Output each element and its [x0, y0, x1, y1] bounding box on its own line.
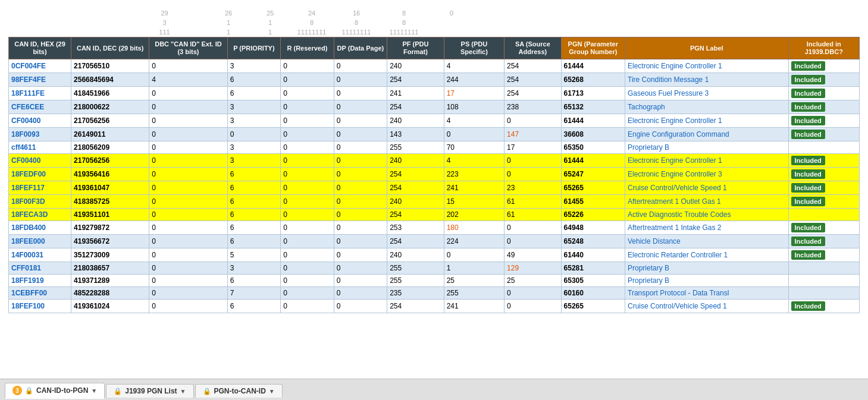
cell-label: Cruise Control/Vehicle Speed 1: [625, 181, 789, 195]
cell-pf: 254: [387, 73, 444, 87]
cell-pgn: 36608: [561, 128, 625, 141]
cell-p: 6: [227, 168, 281, 181]
cell-ps: 202: [444, 209, 504, 221]
cell-p: 0: [227, 128, 281, 141]
cell-pgn: 61455: [561, 195, 625, 209]
cell-r: 0: [281, 59, 334, 73]
cell-dbc: 0: [149, 181, 227, 195]
page-wrapper: 29 26 25 24 16 8 0 3 1 1 8 8 8 111 1 1 1…: [0, 0, 868, 400]
cell-pf: 254: [387, 181, 444, 195]
cell-r: 0: [281, 262, 334, 275]
bit-position-row: 29 26 25 24 16 8 0: [0, 8, 868, 18]
cell-dp: 0: [334, 168, 387, 181]
cell-pf: 240: [387, 195, 444, 209]
cell-dec: 418385725: [71, 195, 149, 209]
cell-hex: 18FEDF00: [9, 168, 71, 181]
cell-dec: 217056256: [71, 154, 149, 168]
bit-mask-ff2: 11111111: [333, 29, 380, 36]
cell-label: Aftertreatment 1 Intake Gas 2: [625, 221, 789, 235]
cell-included: Included: [788, 221, 859, 235]
cell-dbc: 0: [149, 262, 227, 275]
cell-sa: 0: [504, 154, 561, 168]
tab1-arrow-icon[interactable]: ▼: [91, 388, 97, 394]
table-row: 18FEE000 419356672 0 6 0 0 254 224 0 652…: [9, 235, 860, 248]
cell-sa: 61: [504, 195, 561, 209]
cell-dp: 0: [334, 262, 387, 275]
cell-p: 3: [227, 59, 281, 73]
cell-label: Gaseous Fuel Pressure 3: [625, 87, 789, 100]
cell-included: Included: [788, 168, 859, 181]
cell-dp: 0: [334, 141, 387, 154]
cell-sa: 49: [504, 248, 561, 262]
cell-sa: 0: [504, 168, 561, 181]
bit-mask-1b: 1: [249, 29, 291, 36]
cell-pf: 235: [387, 287, 444, 300]
cell-sa: 147: [504, 128, 561, 141]
cell-sa: 0: [504, 114, 561, 128]
cell-hex: 18F0093: [9, 128, 71, 141]
cell-sa: 0: [504, 287, 561, 300]
cell-p: 6: [227, 221, 281, 235]
tab2-arrow-icon[interactable]: ▼: [180, 388, 186, 395]
cell-sa: 0: [504, 235, 561, 248]
cell-r: 0: [281, 221, 334, 235]
cell-dec: 419356672: [71, 235, 149, 248]
bit-position-values: 29 26 25 24 16 8 0: [121, 10, 860, 17]
table-row: 18F111FE 418451966 0 6 0 0 241 17 254 61…: [9, 87, 860, 100]
cell-dec: 418451966: [71, 87, 149, 100]
cell-included: Included: [788, 195, 859, 209]
bit-pos-8: 8: [380, 10, 428, 17]
cell-r: 0: [281, 209, 334, 221]
bit-length-label: [8, 19, 121, 26]
cell-label: Electronic Engine Controller 3: [625, 168, 789, 181]
tab-can-id-to-pgn[interactable]: 3 🔒 CAN-ID-to-PGN ▼: [5, 383, 105, 399]
cell-hex: 1CEBFF00: [9, 287, 71, 300]
cell-dp: 0: [334, 73, 387, 87]
tab-j1939-pgn-list[interactable]: 🔒 J1939 PGN List ▼: [106, 384, 193, 398]
cell-label: Engine Configuration Command: [625, 128, 789, 141]
cell-p: 7: [227, 287, 281, 300]
header-hex: CAN ID, HEX (29 bits): [9, 37, 71, 59]
cell-pf: 254: [387, 100, 444, 114]
tab3-arrow-icon[interactable]: ▼: [269, 388, 275, 395]
header-included: Included in J1939.DBC?: [788, 37, 859, 59]
included-badge: Included: [791, 89, 825, 98]
table-row: 18F0093 26149011 0 0 0 0 143 0 147 36608…: [9, 128, 860, 141]
table-row: 1CEBFF00 485228288 0 7 0 0 235 255 0 601…: [9, 287, 860, 300]
cell-ps: 180: [444, 221, 504, 235]
tab3-label: PGN-to-CAN-ID: [214, 387, 266, 395]
cell-included: Included: [788, 181, 859, 195]
tab-pgn-to-can-id[interactable]: 🔒 PGN-to-CAN-ID ▼: [195, 384, 283, 398]
cell-dbc: 0: [149, 154, 227, 168]
cell-pgn: 61444: [561, 154, 625, 168]
cell-dp: 0: [334, 59, 387, 73]
cell-dec: 2566845694: [71, 73, 149, 87]
cell-p: 6: [227, 275, 281, 287]
bit-mask-ff3: 11111111: [380, 29, 428, 36]
cell-r: 0: [281, 300, 334, 313]
cell-dp: 0: [334, 114, 387, 128]
cell-pf: 241: [387, 87, 444, 100]
cell-dp: 0: [334, 181, 387, 195]
cell-hex: 18FEF117: [9, 181, 71, 195]
cell-included: Included: [788, 59, 859, 73]
cell-sa: 0: [504, 300, 561, 313]
bit-len-1b: 1: [249, 19, 291, 26]
cell-included: Included: [788, 128, 859, 141]
main-table: CAN ID, HEX (29 bits) CAN ID, DEC (29 bi…: [8, 37, 860, 313]
cell-pgn: 65350: [561, 141, 625, 154]
main-table-container: CAN ID, HEX (29 bits) CAN ID, DEC (29 bi…: [0, 37, 868, 379]
cell-ps: 108: [444, 100, 504, 114]
cell-sa: 0: [504, 221, 561, 235]
cell-dec: 419371289: [71, 275, 149, 287]
page-title: [0, 0, 868, 8]
bit-length-row: 3 1 1 8 8 8: [0, 18, 868, 27]
cell-ps: 70: [444, 141, 504, 154]
cell-dbc: 0: [149, 209, 227, 221]
cell-dbc: 0: [149, 248, 227, 262]
cell-ps: 0: [444, 248, 504, 262]
cell-sa: 254: [504, 73, 561, 87]
header-pgn: PGN (Parameter Group Number): [561, 37, 625, 59]
header-pf: PF (PDU Format): [387, 37, 444, 59]
cell-p: 6: [227, 87, 281, 100]
